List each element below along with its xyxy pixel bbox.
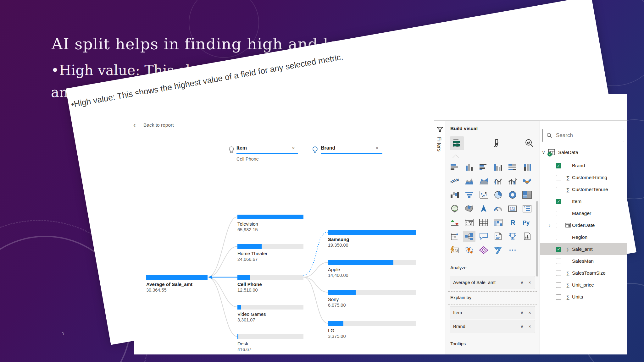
format-visual-tab[interactable] bbox=[489, 136, 504, 150]
analytics-tab[interactable] bbox=[522, 136, 536, 150]
stacked-area-chart-icon[interactable] bbox=[477, 175, 490, 187]
area-chart-icon[interactable] bbox=[463, 175, 475, 187]
field-row-orderdate[interactable]: ›OrderDate bbox=[540, 219, 627, 231]
funnel-chart-icon[interactable] bbox=[463, 189, 475, 200]
python-visual-icon[interactable]: Py bbox=[521, 217, 533, 228]
power-automate-icon[interactable] bbox=[492, 244, 504, 256]
field-checkbox-unit_price[interactable] bbox=[556, 282, 561, 288]
more-visuals-icon[interactable] bbox=[506, 244, 519, 256]
explain-by-brand-pill[interactable]: Brand ∨ × bbox=[450, 320, 535, 333]
field-row-region[interactable]: Region bbox=[540, 231, 627, 243]
stacked-column-chart-icon[interactable] bbox=[463, 162, 475, 173]
expand-chevron-icon[interactable]: › bbox=[549, 222, 553, 228]
matrix-icon[interactable] bbox=[492, 217, 504, 228]
power-apps-icon[interactable] bbox=[477, 244, 490, 256]
pill-remove-icon[interactable]: × bbox=[529, 320, 531, 333]
scatter-chart-icon[interactable] bbox=[477, 189, 490, 200]
pane-scrollbar[interactable] bbox=[536, 201, 538, 277]
explain-by-item-pill[interactable]: Item ∨ × bbox=[450, 306, 535, 319]
field-checkbox-region[interactable] bbox=[556, 235, 561, 240]
arcgis-map-icon[interactable] bbox=[463, 244, 475, 256]
kpi-icon[interactable] bbox=[448, 217, 461, 228]
field-checkbox-brand[interactable]: ✓ bbox=[556, 163, 561, 168]
field-row-item[interactable]: ✓Item bbox=[540, 195, 627, 207]
field-checkbox-sale_amt[interactable]: ✓ bbox=[556, 247, 561, 252]
build-visual-tab[interactable] bbox=[450, 136, 464, 150]
tree-node-apple[interactable]: Apple14,400.00 bbox=[328, 260, 416, 278]
collapse-chevron-icon[interactable]: ∨ bbox=[542, 150, 547, 155]
card-icon[interactable]: 123 bbox=[506, 203, 519, 214]
field-checkbox-item[interactable]: ✓ bbox=[556, 199, 561, 204]
field-checkbox-orderdate[interactable] bbox=[556, 223, 561, 228]
field-checkbox-manager[interactable] bbox=[556, 211, 561, 216]
tree-node-average-of-sale-amt[interactable]: Average of Sale_amt30,364.55 bbox=[146, 275, 208, 293]
map-icon[interactable] bbox=[448, 203, 461, 214]
level-header-item[interactable]: Item bbox=[236, 145, 247, 151]
paginated-report-icon[interactable] bbox=[521, 231, 533, 242]
table-salesdata[interactable]: ∨ ✓ SaleData bbox=[541, 147, 578, 158]
field-checkbox-customertenure[interactable] bbox=[556, 187, 561, 192]
filled-map-icon[interactable] bbox=[463, 203, 475, 214]
hundred-stacked-column-chart-icon[interactable] bbox=[521, 162, 533, 173]
explain-by-dropzone[interactable]: Item ∨ × Brand ∨ × bbox=[448, 304, 537, 336]
smart-narrative-icon[interactable] bbox=[492, 231, 504, 242]
pill-chevron-icon[interactable]: ∨ bbox=[520, 306, 524, 319]
clustered-bar-chart-icon[interactable] bbox=[477, 162, 490, 173]
ribbon-chart-icon[interactable] bbox=[521, 175, 533, 187]
level-header-brand[interactable]: Brand bbox=[321, 145, 335, 151]
pill-chevron-icon[interactable]: ∨ bbox=[520, 276, 524, 289]
metrics-icon[interactable] bbox=[506, 231, 519, 242]
field-checkbox-customerrating[interactable] bbox=[556, 175, 561, 180]
tree-node-cell-phone[interactable]: Cell Phone12,510.00 bbox=[237, 275, 303, 293]
table-icon[interactable] bbox=[477, 217, 490, 228]
line-and-clustered-column-chart-icon[interactable] bbox=[506, 175, 519, 187]
field-row-brand[interactable]: ✓Brand bbox=[540, 160, 627, 172]
treemap-icon[interactable] bbox=[521, 189, 533, 200]
field-row-customertenure[interactable]: ∑CustomerTenure bbox=[540, 184, 627, 195]
slicer-icon[interactable] bbox=[463, 217, 475, 228]
r-script-visual-icon[interactable]: R bbox=[506, 217, 519, 228]
field-checkbox-salesman[interactable] bbox=[556, 259, 561, 264]
pill-chevron-icon[interactable]: ∨ bbox=[520, 320, 524, 333]
stacked-bar-chart-icon[interactable] bbox=[448, 162, 461, 173]
back-to-report-button[interactable]: ‹ Back to report bbox=[133, 121, 174, 129]
remove-level-brand-icon[interactable]: × bbox=[375, 145, 379, 151]
remove-level-item-icon[interactable]: × bbox=[292, 145, 295, 151]
new-card-icon[interactable]: 123 bbox=[448, 244, 461, 256]
hundred-stacked-bar-chart-icon[interactable] bbox=[506, 162, 519, 173]
field-row-unit_price[interactable]: ∑Unit_price bbox=[540, 279, 627, 291]
qa-visual-icon[interactable] bbox=[477, 231, 490, 242]
pill-remove-icon[interactable]: × bbox=[529, 306, 531, 319]
field-row-salesteamsize[interactable]: ∑SalesTeamSize bbox=[540, 267, 627, 279]
tree-node-home-theater[interactable]: Home Theater24,066.67 bbox=[237, 244, 303, 262]
tree-node-lg[interactable]: LG3,375.00 bbox=[328, 321, 416, 339]
decomposition-tree-icon[interactable] bbox=[463, 231, 475, 242]
tree-node-television[interactable]: Television65,982.15 bbox=[237, 215, 303, 232]
clustered-column-chart-icon[interactable] bbox=[492, 162, 504, 173]
line-chart-icon[interactable] bbox=[448, 175, 461, 187]
pie-chart-icon[interactable] bbox=[492, 189, 504, 200]
key-influencers-icon[interactable] bbox=[448, 231, 461, 242]
donut-chart-icon[interactable] bbox=[506, 189, 519, 200]
gauge-icon[interactable] bbox=[492, 203, 504, 214]
field-row-salesman[interactable]: SalesMan bbox=[540, 255, 627, 267]
search-input[interactable] bbox=[555, 132, 616, 139]
filters-pane-collapsed[interactable]: Filters bbox=[434, 121, 446, 354]
tree-node-sony[interactable]: Sony6,075.00 bbox=[328, 290, 416, 308]
tree-node-desk[interactable]: Desk416.67 bbox=[237, 334, 303, 352]
azure-map-icon[interactable] bbox=[477, 203, 490, 214]
field-row-customerrating[interactable]: ∑CustomerRating bbox=[540, 172, 627, 184]
field-row-sale_amt[interactable]: ✓∑Sale_amt bbox=[540, 243, 627, 255]
waterfall-chart-icon[interactable] bbox=[448, 189, 461, 200]
line-and-stacked-column-chart-icon[interactable] bbox=[492, 175, 504, 187]
multi-row-card-icon[interactable] bbox=[521, 203, 533, 214]
field-row-manager[interactable]: Manager bbox=[540, 207, 627, 219]
analyze-field-pill[interactable]: Average of Sale_amt ∨ × bbox=[450, 276, 535, 289]
pill-remove-icon[interactable]: × bbox=[529, 276, 531, 289]
field-row-units[interactable]: ∑Units bbox=[540, 291, 627, 303]
analyze-dropzone[interactable]: Average of Sale_amt ∨ × bbox=[448, 274, 537, 292]
tree-node-samsung[interactable]: Samsung19,350.00 bbox=[328, 230, 416, 248]
field-checkbox-units[interactable] bbox=[556, 294, 561, 300]
tree-node-video-games[interactable]: Video Games3,301.07 bbox=[237, 305, 303, 322]
field-checkbox-salesteamsize[interactable] bbox=[556, 271, 561, 276]
